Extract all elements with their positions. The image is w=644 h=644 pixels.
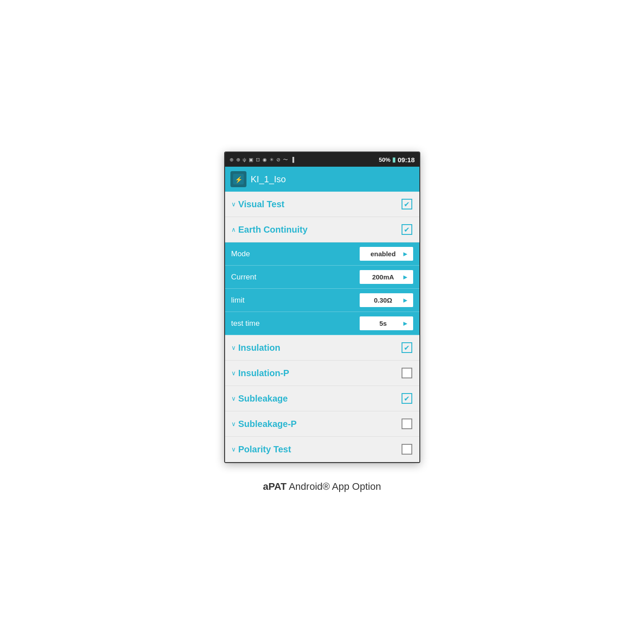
- wifi-signal-icon: ⊕: [236, 157, 240, 163]
- field-value-text: 200mA: [366, 273, 401, 281]
- section-title-insulation-p: Insulation-P: [238, 368, 289, 378]
- section-header-left: ∨Visual Test: [231, 199, 285, 209]
- checkbox-subleakage[interactable]: ✔: [401, 392, 413, 405]
- field-value-text: enabled: [366, 250, 401, 258]
- checkbox-insulation-p[interactable]: [401, 367, 413, 379]
- section-title-subleakage: Subleakage: [238, 394, 288, 404]
- checkbox-checked-icon: ✔: [402, 393, 412, 404]
- section-title-visual-test: Visual Test: [238, 199, 285, 209]
- checkbox-checked-icon: ✔: [402, 342, 412, 353]
- checkbox-subleakage-p[interactable]: [401, 418, 413, 430]
- checkbox-checked-icon: ✔: [402, 199, 412, 209]
- status-bar: ⊕ ⊕ ψ ▣ ⊡ ◉ ✳ ⊘ 〜 ▐ 50% ▮ 09:18: [225, 152, 419, 167]
- section-title-subleakage-p: Subleakage-P: [238, 419, 297, 429]
- section-header-insulation[interactable]: ∨Insulation✔: [225, 335, 419, 361]
- caption-regular: Android® App Option: [287, 481, 381, 492]
- section-title-insulation: Insulation: [238, 343, 280, 353]
- chevron-icon: ∨: [231, 395, 236, 402]
- clock: 09:18: [398, 156, 414, 164]
- field-label: test time: [231, 319, 260, 328]
- caption-bold: aPAT: [263, 481, 287, 492]
- section-header-visual-test[interactable]: ∨Visual Test✔: [225, 192, 419, 217]
- checkbox-polarity-test[interactable]: [401, 443, 413, 455]
- field-row-3: test time5s▸: [225, 312, 419, 335]
- section-header-left: ∧Earth Continuity: [231, 225, 308, 235]
- checkbox-checked-icon: ✔: [402, 224, 412, 235]
- image-icon: ⊡: [256, 157, 260, 163]
- field-value-box[interactable]: enabled▸: [360, 247, 413, 261]
- chevron-icon: ∨: [231, 201, 236, 208]
- status-bar-left: ⊕ ⊕ ψ ▣ ⊡ ◉ ✳ ⊘ 〜 ▐: [230, 156, 295, 163]
- app-title: KI_1_Iso: [251, 174, 286, 185]
- dropdown-arrow-icon: ▸: [403, 250, 407, 258]
- phone-wrapper: ⊕ ⊕ ψ ▣ ⊡ ◉ ✳ ⊘ 〜 ▐ 50% ▮ 09:18: [224, 152, 420, 492]
- checkbox-earth-continuity[interactable]: ✔: [401, 223, 413, 236]
- section-header-earth-continuity[interactable]: ∧Earth Continuity✔: [225, 217, 419, 242]
- field-value-text: 5s: [366, 320, 401, 327]
- content: ∨Visual Test✔∧Earth Continuity✔Modeenabl…: [225, 192, 419, 462]
- checkbox-visual-test[interactable]: ✔: [401, 198, 413, 210]
- checkbox-unchecked-icon: [402, 368, 412, 378]
- chevron-icon: ∧: [231, 226, 236, 233]
- screen-icon: ▣: [249, 157, 253, 163]
- app-icon: ⚡: [230, 171, 246, 187]
- dropdown-arrow-icon: ▸: [403, 296, 407, 304]
- section-header-left: ∨Subleakage: [231, 394, 288, 404]
- field-label: limit: [231, 296, 245, 305]
- usb-icon: ψ: [243, 157, 246, 162]
- caption: aPAT Android® App Option: [263, 481, 381, 492]
- checkbox-insulation[interactable]: ✔: [401, 341, 413, 354]
- field-row-2: limit0.30Ω▸: [225, 289, 419, 312]
- section-header-left: ∨Polarity Test: [231, 444, 291, 455]
- bluetooth-icon: ✳: [270, 157, 274, 163]
- checkbox-unchecked-icon: [402, 418, 412, 429]
- battery-percent: 50%: [379, 156, 390, 163]
- checkbox-unchecked-icon: [402, 444, 412, 455]
- chevron-icon: ∨: [231, 369, 236, 377]
- section-header-subleakage[interactable]: ∨Subleakage✔: [225, 386, 419, 411]
- field-label: Mode: [231, 250, 250, 258]
- eye-icon: ◉: [263, 157, 267, 163]
- phone-screen: ⊕ ⊕ ψ ▣ ⊡ ◉ ✳ ⊘ 〜 ▐ 50% ▮ 09:18: [224, 152, 420, 463]
- section-title-earth-continuity: Earth Continuity: [238, 225, 308, 235]
- field-value-text: 0.30Ω: [366, 296, 401, 304]
- app-header: ⚡ KI_1_Iso: [225, 167, 419, 192]
- section-header-polarity-test[interactable]: ∨Polarity Test: [225, 437, 419, 462]
- section-title-polarity-test: Polarity Test: [238, 444, 291, 455]
- mute-icon: ⊘: [276, 157, 280, 163]
- signal-bars-icon: ▐: [291, 157, 294, 162]
- section-header-left: ∨Subleakage-P: [231, 419, 297, 429]
- svg-text:⚡: ⚡: [234, 176, 242, 184]
- section-header-subleakage-p[interactable]: ∨Subleakage-P: [225, 411, 419, 437]
- field-label: Current: [231, 273, 257, 282]
- section-header-left: ∨Insulation-P: [231, 368, 289, 378]
- wifi-icon: 〜: [283, 156, 288, 163]
- dropdown-arrow-icon: ▸: [403, 273, 407, 281]
- field-value-box[interactable]: 5s▸: [360, 316, 413, 330]
- chevron-icon: ∨: [231, 446, 236, 453]
- chevron-icon: ∨: [231, 420, 236, 427]
- field-value-box[interactable]: 0.30Ω▸: [360, 293, 413, 307]
- field-value-box[interactable]: 200mA▸: [360, 270, 413, 284]
- section-header-insulation-p[interactable]: ∨Insulation-P: [225, 361, 419, 386]
- section-header-left: ∨Insulation: [231, 343, 280, 353]
- battery-icon: ▮: [392, 156, 396, 163]
- status-bar-right: 50% ▮ 09:18: [379, 156, 414, 164]
- chevron-icon: ∨: [231, 344, 236, 351]
- field-row-1: Current200mA▸: [225, 266, 419, 289]
- add-icon: ⊕: [230, 157, 234, 163]
- dropdown-arrow-icon: ▸: [403, 319, 407, 328]
- expanded-earth-continuity: Modeenabled▸Current200mA▸limit0.30Ω▸test…: [225, 242, 419, 335]
- field-row-0: Modeenabled▸: [225, 242, 419, 266]
